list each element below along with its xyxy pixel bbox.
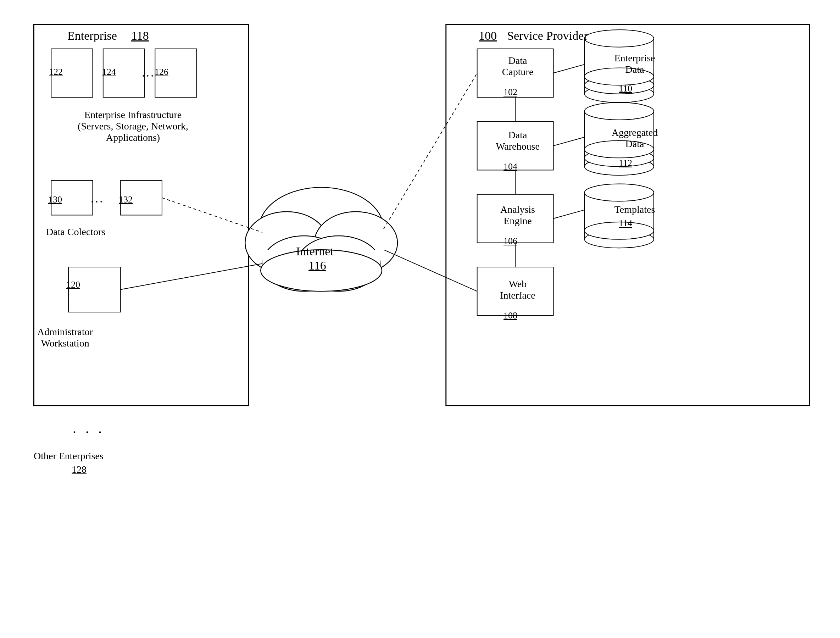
admin-label: AdministratorWorkstation — [37, 326, 93, 349]
collectors-label: Data Colectors — [46, 226, 105, 238]
enterprise-data-ref: 110 — [619, 83, 632, 94]
collector-132-label: 132 — [119, 194, 133, 205]
svg-line-52 — [384, 73, 477, 229]
svg-point-29 — [584, 30, 654, 47]
collector-130-label: 130 — [48, 194, 62, 205]
aggregated-data-label: AggregatedData — [603, 127, 666, 150]
internet-ref: 116 — [308, 259, 326, 272]
analysis-engine-ref: 106 — [504, 236, 517, 246]
other-enterprises-label: Other Enterprises — [34, 450, 104, 462]
enterprise-data-label: EnterpriseData — [603, 52, 666, 75]
other-enterprises-dots: · · · — [73, 424, 104, 441]
templates-ref: 114 — [619, 218, 632, 229]
sp-title: Service Provider — [507, 29, 588, 43]
infra-dots: ··· — [142, 69, 155, 83]
data-warehouse-ref: 104 — [504, 161, 517, 172]
internet-label: Internet — [296, 245, 334, 258]
sp-ref: 100 — [479, 29, 497, 43]
svg-point-17 — [314, 212, 398, 274]
infra-label: Enterprise Infrastructure (Servers, Stor… — [34, 109, 232, 143]
svg-line-48 — [554, 210, 585, 218]
svg-line-51 — [384, 250, 477, 291]
admin-box-label: 120 — [66, 280, 80, 290]
svg-point-42 — [584, 231, 654, 248]
templates-label: Templates — [601, 204, 668, 215]
data-capture-label: DataCapture — [479, 55, 557, 78]
svg-point-18 — [262, 236, 345, 291]
svg-line-46 — [554, 65, 585, 73]
svg-point-35 — [584, 111, 654, 128]
enterprise-ref: 118 — [131, 29, 149, 43]
svg-line-47 — [554, 137, 585, 146]
data-warehouse-label: DataWarehouse — [479, 129, 557, 152]
web-interface-ref: 108 — [504, 310, 517, 321]
web-interface-label: WebInterface — [479, 278, 557, 301]
enterprise-title: Enterprise — [67, 29, 117, 43]
infra-box-124-label: 124 — [102, 67, 116, 77]
collector-dots: ··· — [91, 195, 104, 208]
svg-point-38 — [584, 103, 654, 120]
other-enterprises-ref: 128 — [72, 464, 87, 475]
svg-point-44 — [584, 184, 654, 201]
svg-line-49 — [162, 198, 262, 233]
svg-line-50 — [120, 264, 262, 289]
infra-box-122-label: 122 — [49, 67, 63, 77]
aggregated-data-ref: 112 — [619, 158, 632, 169]
data-capture-ref: 102 — [504, 87, 517, 98]
analysis-engine-label: AnalysisEngine — [479, 204, 557, 227]
infra-box-126-label: 126 — [155, 67, 169, 77]
